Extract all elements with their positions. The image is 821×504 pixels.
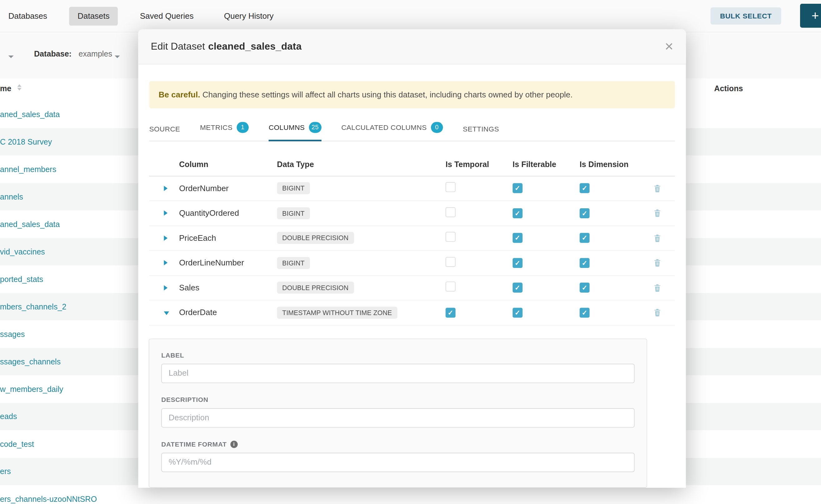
trash-icon (654, 234, 661, 242)
column-name: OrderLineNumber (179, 258, 277, 268)
data-type-pill: BIGINT (277, 182, 310, 195)
info-icon[interactable]: i (230, 441, 237, 448)
delete-column-button[interactable] (654, 209, 675, 217)
dataset-link[interactable]: aned_sales_data (0, 110, 60, 119)
is-filterable-checkbox[interactable] (513, 183, 523, 193)
delete-column-button[interactable] (654, 259, 675, 267)
caret-icon (164, 235, 168, 241)
column-detail-panel: LABEL DESCRIPTION DATETIME FORMAT i (149, 338, 647, 488)
label-input[interactable] (161, 363, 635, 383)
is-dimension-checkbox[interactable] (580, 258, 590, 268)
column-name: QuantityOrdered (179, 209, 277, 218)
datetime-format-field-label: DATETIME FORMAT (161, 441, 226, 448)
header-is-filterable: Is Filterable (513, 160, 580, 169)
column-row: QuantityOrdered BIGINT (149, 201, 675, 226)
name-column-header[interactable]: me (0, 84, 11, 92)
is-filterable-checkbox[interactable] (513, 308, 523, 318)
datetime-format-input[interactable] (161, 452, 635, 472)
data-type-pill: DOUBLE PRECISION (277, 232, 354, 244)
delete-column-button[interactable] (654, 184, 675, 193)
delete-column-button[interactable] (654, 309, 675, 317)
tab-calculated-columns[interactable]: CALCULATED COLUMNS 0 (341, 122, 443, 141)
chevron-down-icon[interactable] (115, 56, 120, 58)
warning-bold: Be careful. (159, 90, 200, 99)
delete-column-button[interactable] (654, 234, 675, 242)
nav-item-saved-queries[interactable]: Saved Queries (131, 7, 202, 25)
dataset-link[interactable]: aned_sales_data (0, 220, 60, 229)
column-row: OrderNumber BIGINT (149, 176, 675, 201)
dataset-link[interactable]: w_members_daily (0, 384, 63, 393)
dataset-link[interactable]: ers_channels-uzooNNtSRO (0, 494, 97, 503)
dataset-link[interactable]: vid_vaccines (0, 247, 45, 256)
caret-icon (164, 186, 168, 191)
sort-icon[interactable] (17, 84, 21, 91)
tab-metrics[interactable]: METRICS 1 (200, 122, 249, 141)
expand-toggle[interactable] (149, 308, 179, 317)
expand-toggle[interactable] (149, 258, 179, 268)
is-temporal-checkbox[interactable] (446, 182, 456, 192)
dataset-link[interactable]: ssages_channels (0, 357, 61, 366)
is-filterable-checkbox[interactable] (513, 258, 523, 268)
expand-toggle[interactable] (149, 283, 179, 293)
caret-icon (164, 285, 168, 290)
expand-toggle[interactable] (149, 233, 179, 243)
is-filterable-checkbox[interactable] (513, 233, 523, 243)
column-row: Sales DOUBLE PRECISION (149, 276, 675, 301)
trash-icon (654, 209, 661, 217)
is-temporal-checkbox[interactable] (446, 207, 456, 217)
description-field-label: DESCRIPTION (161, 396, 635, 403)
is-filterable-checkbox[interactable] (513, 208, 523, 218)
dataset-row: ers_channels-uzooNNtSRO (0, 485, 821, 504)
is-dimension-checkbox[interactable] (580, 308, 590, 318)
nav-item-databases[interactable]: Databases (0, 7, 56, 25)
expand-toggle[interactable] (149, 209, 179, 218)
data-type-pill: TIMESTAMP WITHOUT TIME ZONE (277, 307, 397, 319)
caret-icon (164, 210, 168, 216)
dataset-link[interactable]: ssages (0, 329, 25, 338)
is-filterable-checkbox[interactable] (513, 283, 523, 293)
description-input[interactable] (161, 408, 635, 427)
database-filter-label: Database: (34, 49, 72, 58)
dataset-link[interactable]: mbers_channels_2 (0, 302, 66, 311)
add-dataset-button[interactable]: + (800, 4, 821, 28)
tab-settings[interactable]: SETTINGS (463, 125, 499, 141)
dataset-link[interactable]: code_test (0, 439, 34, 448)
dataset-link[interactable]: eads (0, 412, 17, 421)
header-is-dimension: Is Dimension (580, 160, 653, 169)
trash-icon (654, 284, 661, 292)
column-name: PriceEach (179, 233, 277, 243)
is-dimension-checkbox[interactable] (580, 208, 590, 218)
bulk-select-button[interactable]: BULK SELECT (711, 7, 781, 24)
dataset-link[interactable]: C 2018 Survey (0, 137, 52, 146)
expand-toggle[interactable] (149, 184, 179, 193)
nav-item-datasets[interactable]: Datasets (69, 7, 118, 25)
tab-source[interactable]: SOURCE (149, 125, 180, 141)
is-dimension-checkbox[interactable] (580, 283, 590, 293)
dataset-link[interactable]: ported_stats (0, 274, 43, 283)
chevron-down-icon[interactable] (8, 56, 14, 58)
dataset-link[interactable]: ers (0, 467, 11, 476)
is-temporal-checkbox[interactable] (446, 232, 456, 242)
delete-column-button[interactable] (654, 284, 675, 292)
dataset-link[interactable]: annels (0, 192, 23, 201)
columns-table-header: Column Data Type Is Temporal Is Filterab… (149, 153, 675, 176)
actions-column-header: Actions (714, 84, 743, 92)
column-row: OrderLineNumber BIGINT (149, 251, 675, 276)
tab-columns[interactable]: COLUMNS 25 (269, 122, 321, 141)
close-icon[interactable]: × (665, 39, 673, 54)
modal-title: Edit Datasetcleaned_sales_data (151, 41, 302, 52)
modal-header: Edit Datasetcleaned_sales_data × (138, 29, 686, 64)
dataset-link[interactable]: annel_members (0, 165, 56, 174)
tab-count-badge: 1 (237, 122, 249, 133)
database-filter-value[interactable]: examples (78, 49, 112, 58)
is-dimension-checkbox[interactable] (580, 233, 590, 243)
column-row: OrderDate TIMESTAMP WITHOUT TIME ZONE (149, 300, 675, 325)
nav-item-query-history[interactable]: Query History (215, 7, 282, 25)
is-temporal-checkbox[interactable] (446, 282, 456, 292)
modal-tabs: SOURCE METRICS 1 COLUMNS 25 CALCULATED C… (149, 122, 675, 141)
is-temporal-checkbox[interactable] (446, 257, 456, 267)
is-temporal-checkbox[interactable] (446, 308, 456, 318)
is-dimension-checkbox[interactable] (580, 183, 590, 193)
data-type-pill: DOUBLE PRECISION (277, 282, 354, 294)
columns-table: Column Data Type Is Temporal Is Filterab… (149, 153, 675, 325)
